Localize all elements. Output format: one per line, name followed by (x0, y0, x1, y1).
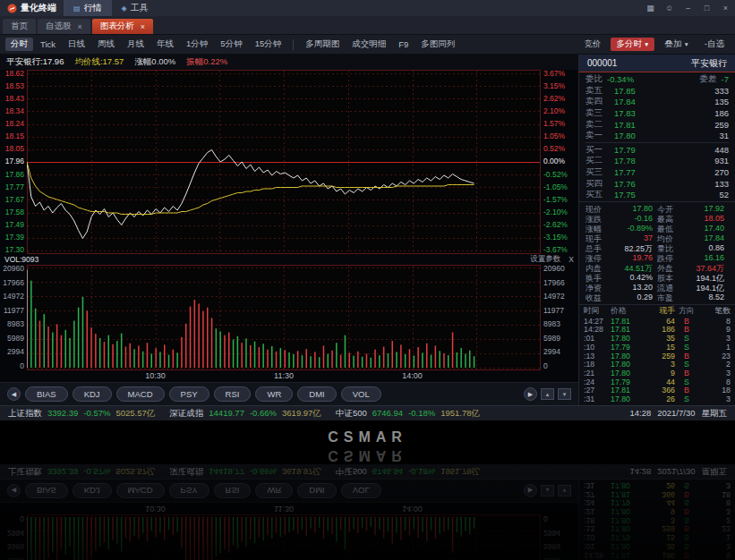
axis-tick: 1.57% (543, 120, 565, 128)
tick-row: 14:2717.8164B8 (584, 317, 731, 326)
stats-cell: 涨跌-0.16 (585, 214, 657, 224)
user-button[interactable]: ☺ (660, 0, 679, 16)
volume-indicator-label: VOL:9093 (4, 255, 38, 264)
stats-label: 今开 (657, 204, 673, 214)
index-item-sse[interactable]: 上证指数3392.39-0.57%5025.57亿 (8, 408, 155, 420)
view-button[interactable]: 成交明细 (346, 38, 391, 51)
axis-tick: 14972 (543, 293, 565, 301)
indicator-tab-kdj[interactable]: KDJ (73, 386, 112, 402)
page-tab-home[interactable]: 首页 (3, 19, 36, 34)
period-button[interactable]: 周线 (92, 38, 120, 51)
change-label: 涨幅0.00% (134, 56, 175, 68)
toolbar-divider (293, 39, 294, 50)
weibi-row: 委比-0.34%委差-7 (579, 72, 735, 85)
close-button[interactable]: × (716, 0, 735, 16)
index-value: 3392.39 (47, 408, 78, 420)
stats-label: 跌停 (657, 253, 673, 263)
menu-tab-quotes[interactable]: ▤行情 (64, 0, 112, 16)
index-item-szse[interactable]: 深证成指14419.77-0.66%3619.97亿 (169, 408, 321, 420)
pane-down-button[interactable]: ▾ (558, 388, 571, 400)
quote-panel-header: 000001 平安银行 (579, 55, 735, 72)
book-level-label: 卖二 (585, 119, 614, 131)
book-level-label: 买三 (585, 166, 614, 178)
indicator-tab-vol[interactable]: VOL (341, 386, 381, 402)
order-book-row: 卖一17.8031 (585, 130, 729, 141)
tick-count: 2 (698, 360, 731, 369)
tick-volume: 3 (643, 360, 675, 369)
page-tab-chart-analysis[interactable]: 图表分析× (92, 19, 153, 34)
indicator-tab-rsi[interactable]: RSI (214, 386, 252, 402)
csmar-watermark-mirror: CSMAR (0, 447, 735, 463)
axis-tick: 1.05% (543, 132, 565, 140)
apps-grid-button[interactable]: ▦ (641, 0, 660, 16)
book-level-label: 买四 (585, 178, 614, 190)
indicator-next-button[interactable]: ▶ (524, 387, 537, 401)
tick-direction: B (675, 317, 698, 326)
page-tab-label: 图表分析 (100, 21, 134, 32)
pane-up-button[interactable]: ▴ (541, 388, 554, 400)
view-button[interactable]: F9 (393, 38, 414, 50)
stats-cell: 现价17.80 (585, 204, 657, 214)
intraday-price-chart: 18.6218.5318.4318.3418.2418.1518.0517.96… (0, 70, 578, 254)
tick-count: 1 (698, 343, 731, 352)
indicator-tab-psy[interactable]: PSY (169, 386, 209, 402)
axis-tick: 18.15 (5, 132, 24, 140)
indicator-tab-macd[interactable]: MACD (116, 386, 165, 402)
period-button[interactable]: 5分钟 (215, 38, 247, 51)
stats-cell: 股本194.1亿 (657, 273, 729, 283)
avg-line-label: 均价线:17.57 (74, 56, 124, 68)
period-button[interactable]: 15分钟 (250, 38, 287, 51)
auction-button[interactable]: 竞价 (578, 38, 606, 51)
stats-value: 17.80 (632, 204, 653, 214)
period-group: 分时Tick日线周线月线年线1分钟5分钟15分钟 (5, 38, 286, 51)
index-value: 6746.94 (372, 408, 403, 420)
book-price: 17.85 (614, 86, 654, 96)
axis-tick: -2.62% (543, 221, 568, 229)
volume-chart: 209601796614972119778983598929940 209601… (0, 265, 578, 370)
remove-watchlist-button[interactable]: -自选 (699, 38, 730, 51)
indicator-tab-bias[interactable]: BIAS (25, 386, 68, 402)
tick-count: 3 (698, 334, 731, 343)
tick-count: 8 (698, 317, 731, 326)
volume-chart-canvas[interactable] (27, 265, 541, 370)
maximize-button[interactable]: □ (697, 0, 716, 16)
axis-tick: 17.96 (5, 157, 24, 165)
period-button[interactable]: 年线 (151, 38, 179, 51)
toolbar-right-group: 竞价多分时▼叠加▼-自选 (578, 38, 730, 51)
volume-pane-close-button[interactable]: X (568, 255, 574, 264)
stats-cell: 流通194.1亿 (657, 283, 729, 293)
stats-row: 内盘44.51万外盘37.64万 (585, 263, 729, 273)
period-button[interactable]: 日线 (63, 38, 90, 51)
page-tab-watchlist[interactable]: 自选股× (38, 19, 90, 34)
axis-tick: 18.62 (5, 70, 24, 78)
book-volume: 448 (714, 145, 729, 155)
menu-tab-tools[interactable]: ◈工具 (112, 0, 158, 16)
tab-close-icon[interactable]: × (78, 22, 82, 31)
overlay-button[interactable]: 叠加▼ (659, 38, 694, 51)
stats-label: 换手 (585, 273, 602, 283)
period-button[interactable]: 分时 (5, 38, 33, 51)
book-level-label: 卖五 (585, 85, 614, 97)
book-level-label: 买五 (585, 189, 614, 200)
book-volume: 31 (719, 131, 729, 140)
index-item-csi500[interactable]: 中证5006746.94-0.18%1951.78亿 (336, 408, 480, 420)
indicator-tab-dmi[interactable]: DMI (297, 386, 336, 402)
stats-label: 外盘 (657, 263, 673, 273)
multi-intraday-button[interactable]: 多分时▼ (611, 38, 654, 51)
indicator-tab-wr[interactable]: WR (255, 386, 293, 402)
price-chart-canvas[interactable] (27, 70, 541, 254)
stats-row: 换手0.42%股本194.1亿 (585, 273, 729, 283)
minimize-icon: – (686, 4, 690, 13)
chart-column: 平安银行:17.96均价线:17.57涨幅0.00%振幅0.22% 18.621… (0, 55, 578, 405)
period-button[interactable]: 1分钟 (181, 38, 213, 51)
percent-axis-right: 3.67%3.15%2.62%2.10%1.57%1.05%0.52%0.00%… (541, 70, 578, 254)
view-button[interactable]: 多周期图 (300, 38, 345, 51)
indicator-prev-button[interactable]: ◀ (7, 387, 21, 401)
minimize-button[interactable]: – (679, 0, 697, 16)
period-button[interactable]: 月线 (122, 38, 150, 51)
view-button[interactable]: 多图同列 (415, 38, 460, 51)
tab-close-icon[interactable]: × (141, 22, 145, 31)
stats-cell: 今开17.92 (657, 204, 729, 214)
book-price: 17.80 (614, 131, 654, 140)
period-button[interactable]: Tick (35, 38, 61, 50)
